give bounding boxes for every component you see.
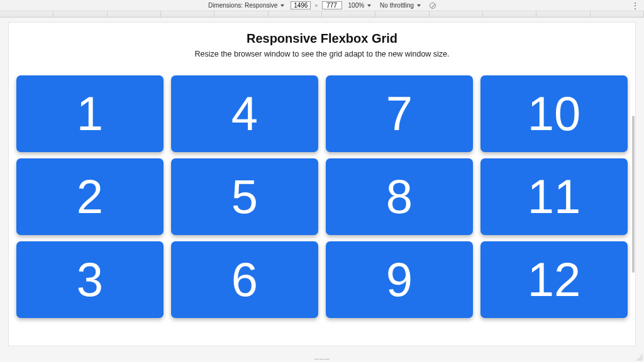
- grid-card: 2: [16, 158, 164, 235]
- ruler-segment: [536, 11, 590, 17]
- device-viewport-zone: Responsive Flexbox Grid Resize the brows…: [0, 18, 644, 362]
- ruler-segment: [430, 11, 483, 17]
- dimension-separator: ×: [314, 3, 318, 9]
- scrollbar-thumb[interactable]: [632, 116, 635, 273]
- ruler-segment: [375, 11, 429, 17]
- chevron-down-icon: [280, 4, 284, 7]
- grid-card: 1: [16, 75, 164, 152]
- grid-column: 4 5 6: [167, 72, 322, 321]
- kebab-icon: ⋮: [631, 1, 639, 10]
- chevron-down-icon: [367, 4, 371, 7]
- viewport-height-input[interactable]: [322, 1, 342, 9]
- devtools-device-toolbar: Dimensions: Responsive × 100% No throttl…: [0, 0, 644, 11]
- ruler-segment: [591, 11, 644, 17]
- device-preset-dropdown[interactable]: Dimensions: Responsive: [206, 2, 287, 9]
- page-title: Responsive Flexbox Grid: [9, 31, 635, 46]
- media-query-ruler[interactable]: [0, 11, 644, 18]
- viewport-resize-handle-corner[interactable]: [636, 354, 643, 361]
- ruler-segment: [53, 11, 107, 17]
- grid-card: 11: [480, 158, 628, 235]
- zoom-dropdown[interactable]: 100%: [346, 2, 374, 9]
- rotate-button[interactable]: [427, 3, 438, 9]
- ruler-segment: [269, 11, 322, 17]
- flexbox-grid: 1 2 3 4 5 6 7 8 9 10 11 12: [9, 72, 635, 321]
- page-subtitle: Resize the browser window to see the gri…: [9, 50, 635, 58]
- grid-card: 10: [480, 75, 628, 152]
- grid-card: 6: [171, 241, 318, 318]
- grid-column: 1 2 3: [13, 72, 167, 321]
- device-preset-value: Responsive: [245, 2, 277, 9]
- grid-column: 7 8 9: [322, 72, 477, 321]
- ruler-segment: [108, 11, 161, 17]
- grid-card: 4: [171, 75, 318, 152]
- throttling-value: No throttling: [380, 2, 414, 9]
- grid-column: 10 11 12: [477, 72, 631, 321]
- page-body: Responsive Flexbox Grid Resize the brows…: [9, 23, 635, 346]
- ruler-segment: [161, 11, 214, 17]
- ruler-segment: [0, 11, 53, 17]
- more-options-button[interactable]: ⋮: [631, 1, 639, 10]
- zoom-value: 100%: [348, 2, 365, 9]
- chevron-down-icon: [417, 4, 421, 7]
- grid-card: 12: [480, 241, 628, 318]
- grid-card: 7: [326, 75, 473, 152]
- grid-card: 8: [326, 158, 473, 235]
- ruler-segment: [483, 11, 536, 17]
- dimensions-label: Dimensions:: [208, 2, 243, 9]
- throttling-dropdown[interactable]: No throttling: [377, 2, 423, 9]
- ruler-segment: [214, 11, 268, 17]
- ruler-segment: [322, 11, 375, 17]
- grid-card: 9: [326, 241, 473, 318]
- grid-card: 3: [16, 241, 164, 318]
- viewport-width-input[interactable]: [291, 1, 311, 9]
- grid-card: 5: [171, 158, 318, 235]
- emulated-viewport: Responsive Flexbox Grid Resize the brows…: [9, 23, 635, 346]
- rotate-icon: [430, 3, 436, 9]
- viewport-resize-handle-bottom[interactable]: [314, 358, 330, 361]
